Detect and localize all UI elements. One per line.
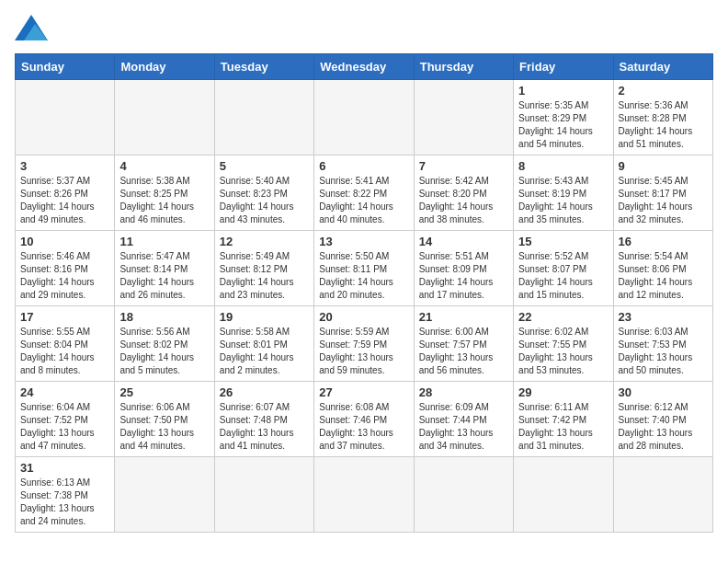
calendar-cell [214,457,313,533]
day-info: Sunrise: 5:56 AM Sunset: 8:02 PM Dayligh… [119,326,209,377]
day-number: 30 [619,385,708,399]
day-number: 29 [518,385,608,399]
day-info: Sunrise: 5:35 AM Sunset: 8:29 PM Dayligh… [518,99,608,151]
calendar-cell: 24Sunrise: 6:04 AM Sunset: 7:52 PM Dayli… [16,382,115,457]
day-of-week-header: Monday [115,54,214,80]
calendar-cell: 2Sunrise: 5:36 AM Sunset: 8:28 PM Daylig… [613,80,712,155]
day-number: 2 [619,84,708,98]
calendar-cell: 23Sunrise: 6:03 AM Sunset: 7:53 PM Dayli… [613,306,712,382]
day-info: Sunrise: 5:41 AM Sunset: 8:22 PM Dayligh… [319,175,408,226]
calendar-cell: 3Sunrise: 5:37 AM Sunset: 8:26 PM Daylig… [16,155,115,231]
day-number: 8 [518,159,608,173]
calendar-cell: 31Sunrise: 6:13 AM Sunset: 7:38 PM Dayli… [16,457,115,533]
calendar-cell [16,80,115,155]
calendar-cell: 25Sunrise: 6:06 AM Sunset: 7:50 PM Dayli… [115,382,214,457]
calendar-cell: 13Sunrise: 5:50 AM Sunset: 8:11 PM Dayli… [314,231,414,306]
day-number: 20 [319,310,408,324]
calendar-cell: 11Sunrise: 5:47 AM Sunset: 8:14 PM Dayli… [115,231,214,306]
calendar-week-row: 31Sunrise: 6:13 AM Sunset: 7:38 PM Dayli… [16,457,713,533]
day-of-week-header: Tuesday [214,54,313,80]
calendar-cell: 26Sunrise: 6:07 AM Sunset: 7:48 PM Dayli… [214,382,313,457]
calendar-cell: 14Sunrise: 5:51 AM Sunset: 8:09 PM Dayli… [414,231,513,306]
day-number: 1 [518,84,608,98]
day-info: Sunrise: 5:42 AM Sunset: 8:20 PM Dayligh… [419,175,508,226]
calendar-cell: 1Sunrise: 5:35 AM Sunset: 8:29 PM Daylig… [514,80,613,155]
day-of-week-header: Saturday [613,54,712,80]
calendar-cell: 5Sunrise: 5:40 AM Sunset: 8:23 PM Daylig… [214,155,313,231]
logo [15,15,51,42]
calendar-cell: 10Sunrise: 5:46 AM Sunset: 8:16 PM Dayli… [16,231,115,306]
day-info: Sunrise: 6:02 AM Sunset: 7:55 PM Dayligh… [518,326,608,377]
day-info: Sunrise: 6:13 AM Sunset: 7:38 PM Dayligh… [20,477,109,528]
day-number: 18 [119,310,209,324]
day-info: Sunrise: 6:04 AM Sunset: 7:52 PM Dayligh… [20,401,109,453]
day-info: Sunrise: 5:40 AM Sunset: 8:23 PM Dayligh… [220,175,309,226]
day-info: Sunrise: 6:06 AM Sunset: 7:50 PM Dayligh… [119,401,209,453]
calendar-cell: 7Sunrise: 5:42 AM Sunset: 8:20 PM Daylig… [414,155,513,231]
day-of-week-header: Thursday [414,54,513,80]
day-number: 31 [20,461,109,475]
day-info: Sunrise: 5:52 AM Sunset: 8:07 PM Dayligh… [518,250,608,302]
calendar-cell [314,80,414,155]
day-number: 9 [619,159,708,173]
day-number: 13 [319,235,408,248]
day-of-week-header: Wednesday [314,54,414,80]
calendar-cell: 16Sunrise: 5:54 AM Sunset: 8:06 PM Dayli… [613,231,712,306]
day-info: Sunrise: 5:50 AM Sunset: 8:11 PM Dayligh… [319,250,408,302]
day-number: 19 [220,310,309,324]
calendar-cell [115,80,214,155]
day-number: 5 [220,159,309,173]
day-info: Sunrise: 5:59 AM Sunset: 7:59 PM Dayligh… [319,326,408,377]
day-number: 21 [419,310,508,324]
day-number: 28 [419,385,508,399]
calendar-cell: 17Sunrise: 5:55 AM Sunset: 8:04 PM Dayli… [16,306,115,382]
day-info: Sunrise: 5:51 AM Sunset: 8:09 PM Dayligh… [419,250,508,302]
day-number: 3 [20,159,109,173]
calendar-cell [613,457,712,533]
day-info: Sunrise: 5:47 AM Sunset: 8:14 PM Dayligh… [119,250,209,302]
calendar-cell: 12Sunrise: 5:49 AM Sunset: 8:12 PM Dayli… [214,231,313,306]
day-number: 4 [119,159,209,173]
day-number: 23 [619,310,708,324]
day-info: Sunrise: 6:09 AM Sunset: 7:44 PM Dayligh… [419,401,508,453]
calendar-cell: 28Sunrise: 6:09 AM Sunset: 7:44 PM Dayli… [414,382,513,457]
day-number: 15 [518,235,608,248]
day-info: Sunrise: 5:58 AM Sunset: 8:01 PM Dayligh… [220,326,309,377]
day-info: Sunrise: 5:38 AM Sunset: 8:25 PM Dayligh… [119,175,209,226]
calendar-cell: 20Sunrise: 5:59 AM Sunset: 7:59 PM Dayli… [314,306,414,382]
day-number: 14 [419,235,508,248]
day-of-week-header: Sunday [16,54,115,80]
calendar-cell: 18Sunrise: 5:56 AM Sunset: 8:02 PM Dayli… [115,306,214,382]
day-of-week-header: Friday [514,54,613,80]
day-info: Sunrise: 5:49 AM Sunset: 8:12 PM Dayligh… [220,250,309,302]
calendar-table: SundayMondayTuesdayWednesdayThursdayFrid… [15,53,713,533]
calendar-cell: 29Sunrise: 6:11 AM Sunset: 7:42 PM Dayli… [514,382,613,457]
day-number: 17 [20,310,109,324]
day-info: Sunrise: 6:07 AM Sunset: 7:48 PM Dayligh… [220,401,309,453]
calendar-cell: 21Sunrise: 6:00 AM Sunset: 7:57 PM Dayli… [414,306,513,382]
calendar-cell: 9Sunrise: 5:45 AM Sunset: 8:17 PM Daylig… [613,155,712,231]
day-number: 22 [518,310,608,324]
calendar-cell [414,80,513,155]
calendar-cell: 30Sunrise: 6:12 AM Sunset: 7:40 PM Dayli… [613,382,712,457]
calendar-cell [314,457,414,533]
calendar-cell: 4Sunrise: 5:38 AM Sunset: 8:25 PM Daylig… [115,155,214,231]
day-info: Sunrise: 5:46 AM Sunset: 8:16 PM Dayligh… [20,250,109,302]
calendar-cell [414,457,513,533]
day-number: 16 [619,235,708,248]
calendar-week-row: 17Sunrise: 5:55 AM Sunset: 8:04 PM Dayli… [16,306,713,382]
page-header [15,15,713,42]
day-info: Sunrise: 6:12 AM Sunset: 7:40 PM Dayligh… [619,401,708,453]
day-number: 11 [119,235,209,248]
calendar-cell [514,457,613,533]
calendar-cell: 8Sunrise: 5:43 AM Sunset: 8:19 PM Daylig… [514,155,613,231]
calendar-cell: 6Sunrise: 5:41 AM Sunset: 8:22 PM Daylig… [314,155,414,231]
calendar-cell [214,80,313,155]
calendar-header-row: SundayMondayTuesdayWednesdayThursdayFrid… [16,54,713,80]
day-info: Sunrise: 5:37 AM Sunset: 8:26 PM Dayligh… [20,175,109,226]
day-number: 7 [419,159,508,173]
day-info: Sunrise: 5:45 AM Sunset: 8:17 PM Dayligh… [619,175,708,226]
day-info: Sunrise: 5:43 AM Sunset: 8:19 PM Dayligh… [518,175,608,226]
day-number: 26 [220,385,309,399]
calendar-cell: 15Sunrise: 5:52 AM Sunset: 8:07 PM Dayli… [514,231,613,306]
